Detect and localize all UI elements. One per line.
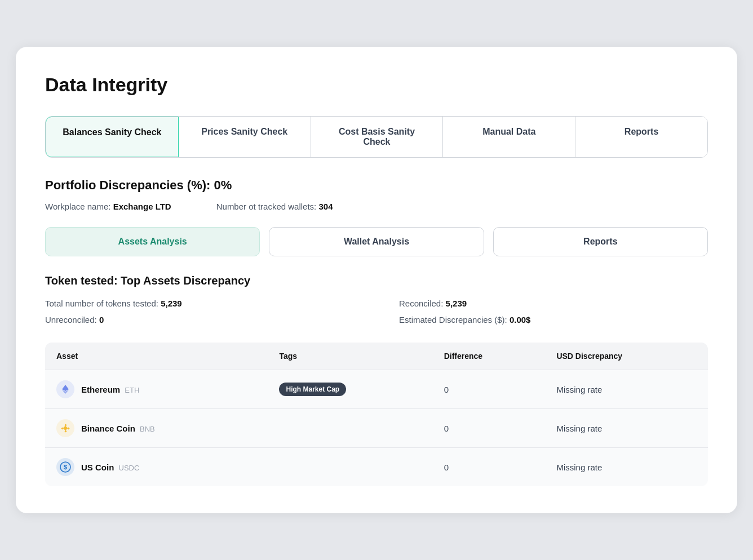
col-tags: Tags [268,343,432,370]
main-card: Data Integrity Balances Sanity Check Pri… [16,47,737,513]
reconciled-value: 5,239 [446,299,467,308]
sub-tab-reports[interactable]: Reports [493,227,708,256]
asset-name: Binance Coin [81,424,135,433]
svg-rect-2 [63,426,68,430]
tab-balances-sanity-check[interactable]: Balances Sanity Check [46,117,179,157]
workplace-info: Workplace name: Exchange LTD [45,202,171,211]
asset-ticker: ETH [125,386,139,394]
workplace-label: Workplace name: [45,202,110,211]
sub-tab-wallet-analysis[interactable]: Wallet Analysis [269,227,484,256]
asset-name: Ethereum [81,385,120,394]
asset-name: US Coin [81,463,114,472]
portfolio-info-row: Workplace name: Exchange LTD Number ot t… [45,202,708,211]
section-title: Token tested: Top Assets Discrepancy [45,274,708,287]
total-tokens-label: Total number of tokens tested: [45,299,158,308]
unreconciled-value: 0 [99,315,104,325]
wallets-info: Number ot tracked wallets: 304 [216,202,333,211]
difference-cell: 0 [433,448,546,487]
sub-tab-nav: Assets Analysis Wallet Analysis Reports [45,227,708,256]
reconciled-stat: Reconciled: 5,239 [399,299,708,308]
col-usd-discrepancy: USD Discrepancy [545,343,708,370]
difference-cell: 0 [433,370,546,409]
wallets-value: 304 [318,202,333,211]
svg-marker-0 [62,385,69,391]
total-tokens-value: 5,239 [161,299,182,308]
discrepancies-value: 0.00$ [510,315,531,325]
table-header-row: Asset Tags Difference USD Discrepancy [45,343,708,370]
portfolio-header: Portfolio Discrepancies (%): 0% Workplac… [45,178,708,211]
usdc-icon: $ [56,458,74,476]
portfolio-title: Portfolio Discrepancies (%): 0% [45,178,708,193]
table-body: Ethereum ETH High Market Cap0Missing rat… [45,370,708,487]
table-row: $ US Coin USDC 0Missing rate [45,448,708,487]
col-difference: Difference [433,343,546,370]
wallets-label: Number ot tracked wallets: [216,202,317,211]
unreconciled-label: Unreconciled: [45,315,97,325]
assets-table: Asset Tags Difference USD Discrepancy Et… [45,343,708,486]
total-tokens-stat: Total number of tokens tested: 5,239 [45,299,354,308]
tags-cell [268,448,432,487]
svg-rect-4 [67,427,69,429]
usd-discrepancy-cell: Missing rate [545,409,708,448]
discrepancies-stat: Estimated Discrepancies ($): 0.00$ [399,315,708,325]
difference-cell: 0 [433,409,546,448]
usd-discrepancy-cell: Missing rate [545,448,708,487]
asset-cell: $ US Coin USDC [45,448,268,487]
bnb-icon [56,419,74,437]
asset-ticker: BNB [140,425,155,433]
tab-cost-basis-sanity-check[interactable]: Cost Basis Sanity Check [311,117,444,157]
svg-text:$: $ [64,464,67,470]
tab-reports[interactable]: Reports [575,117,707,157]
token-section: Token tested: Top Assets Discrepancy Tot… [45,274,708,486]
table-row: Binance Coin BNB 0Missing rate [45,409,708,448]
tags-cell [268,409,432,448]
unreconciled-stat: Unreconciled: 0 [45,315,354,325]
top-tab-nav: Balances Sanity Check Prices Sanity Chec… [45,116,708,158]
col-asset: Asset [45,343,268,370]
tab-prices-sanity-check[interactable]: Prices Sanity Check [179,117,311,157]
tab-manual-data[interactable]: Manual Data [443,117,575,157]
asset-cell: Ethereum ETH [45,370,268,409]
discrepancies-label: Estimated Discrepancies ($): [399,315,507,325]
workplace-value: Exchange LTD [113,202,171,211]
svg-rect-5 [64,424,67,426]
table-row: Ethereum ETH High Market Cap0Missing rat… [45,370,708,409]
usd-discrepancy-cell: Missing rate [545,370,708,409]
svg-rect-3 [61,427,63,429]
svg-rect-6 [64,430,67,432]
sub-tab-assets-analysis[interactable]: Assets Analysis [45,227,260,256]
eth-icon [56,380,74,398]
reconciled-label: Reconciled: [399,299,443,308]
asset-cell: Binance Coin BNB [45,409,268,448]
asset-ticker: USDC [119,464,140,472]
page-title: Data Integrity [45,74,708,96]
table-header: Asset Tags Difference USD Discrepancy [45,343,708,370]
stats-grid: Total number of tokens tested: 5,239 Rec… [45,299,708,325]
tag-badge: High Market Cap [279,383,346,396]
tags-cell: High Market Cap [268,370,432,409]
